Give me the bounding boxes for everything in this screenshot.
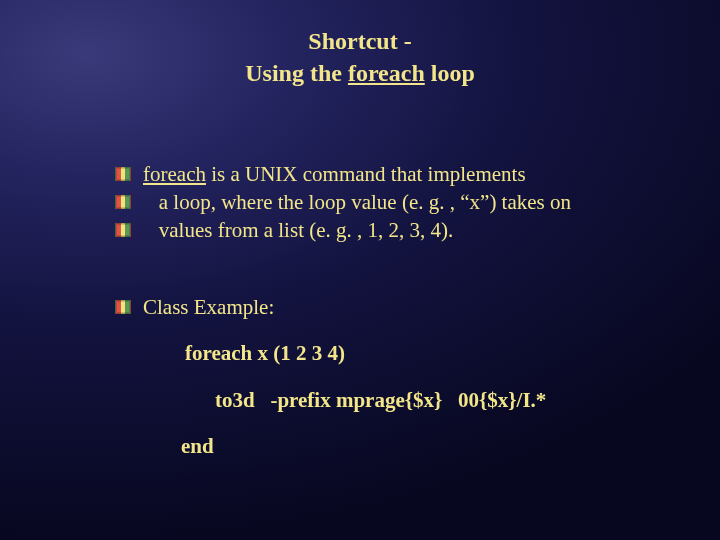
bullet-row-3: values from a list (e. g. , 1, 2, 3, 4). <box>115 216 640 244</box>
bullet-text-1: foreach is a UNIX command that implement… <box>143 160 526 188</box>
keyword-foreach: foreach <box>348 60 425 86</box>
slide-title: Shortcut - Using the foreach loop <box>40 25 680 90</box>
bullet-row-example: Class Example: <box>115 293 640 321</box>
example-block: Class Example: foreach x (1 2 3 4) to3d … <box>115 293 640 460</box>
bullet-row-2: a loop, where the loop value (e. g. , “x… <box>115 188 640 216</box>
code-line-2: to3d -prefix mprage{$x} 00{$x}/I.* <box>115 386 640 414</box>
slide-body: foreach is a UNIX command that implement… <box>40 160 680 460</box>
slide: Shortcut - Using the foreach loop foreac… <box>0 0 720 460</box>
bullet-row-1: foreach is a UNIX command that implement… <box>115 160 640 188</box>
bullet-text-3: values from a list (e. g. , 1, 2, 3, 4). <box>143 216 453 244</box>
bullet-text-2: a loop, where the loop value (e. g. , “x… <box>143 188 571 216</box>
code-line-1: foreach x (1 2 3 4) <box>115 339 640 367</box>
bullet-icon <box>115 167 131 181</box>
code-example: foreach x (1 2 3 4) to3d -prefix mprage{… <box>115 339 640 460</box>
example-label: Class Example: <box>143 293 274 321</box>
bullet-icon <box>115 300 131 314</box>
keyword-foreach: foreach <box>143 162 206 186</box>
title-line-1: Shortcut - <box>40 25 680 57</box>
bullet-icon <box>115 223 131 237</box>
bullet-icon <box>115 195 131 209</box>
title-line-2: Using the foreach loop <box>40 57 680 89</box>
code-line-3: end <box>115 432 640 460</box>
